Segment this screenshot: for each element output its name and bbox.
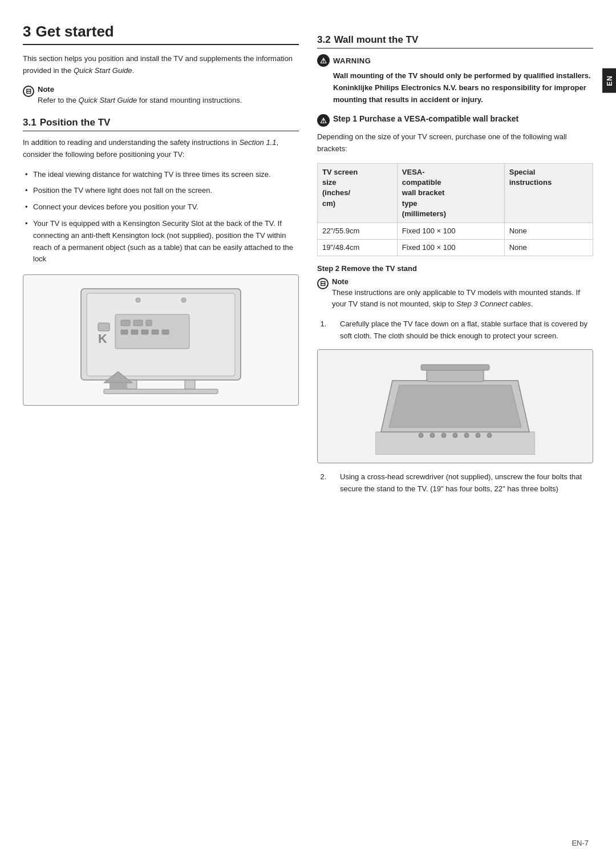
bullet-4: Your TV is equipped with a Kensington Se… [23,218,299,265]
table-row: 22"/55.9cm Fixed 100 × 100 None [318,223,593,239]
table-cell-size-2: 19"/48.4cm [318,240,398,256]
svg-rect-18 [110,383,127,390]
page-container: EN 3Get started This section helps you p… [0,0,616,861]
step1-intro: Depending on the size of your TV screen,… [317,131,593,155]
svg-rect-6 [121,330,128,334]
table-header-special: Specialinstructions [504,163,593,223]
note-icon-2: ⊟ [317,278,329,289]
step-item-2: Using a cross-head screwdriver (not supp… [329,471,593,495]
step-item-1: Carefully place the TV face down on a fl… [329,318,593,342]
subsection-32-num: 3.2 [317,34,331,45]
subsection-31-heading: 3.1Position the TV [23,117,299,131]
position-intro: In addition to reading and understanding… [23,137,299,161]
svg-rect-31 [421,365,489,370]
tv-back-svg: Κ [70,283,252,397]
table-cell-size-1: 22"/55.9cm [318,223,398,239]
bullet-2: Position the TV where light does not fal… [23,185,299,197]
table-cell-vesa-1: Fixed 100 × 100 [397,223,504,239]
section-11-ref: Section 1.1 [239,138,276,147]
left-column: 3Get started This section helps you posi… [23,23,299,502]
svg-point-13 [181,298,186,302]
warning-icon: ⚠ [317,54,330,67]
note-text-1: Refer to the Quick Start Guide for stand… [38,95,242,106]
svg-rect-4 [133,320,143,326]
svg-rect-7 [131,330,138,334]
svg-point-27 [453,433,457,438]
right-column: 3.2Wall mount the TV ⚠ WARNING Wall moun… [317,23,593,502]
note-box-2: ⊟ Note These instructions are only appli… [317,277,593,309]
note-content-1: Note Refer to the Quick Start Guide for … [38,85,242,106]
subsection-31-num: 3.1 [23,117,37,128]
svg-point-26 [441,433,446,438]
numbered-steps-list-2: Using a cross-head screwdriver (not supp… [317,471,593,495]
table-row: 19"/48.4cm Fixed 100 × 100 None [318,240,593,256]
subsection-32-heading: 3.2Wall mount the TV [317,34,593,48]
svg-point-24 [419,433,423,438]
svg-point-30 [487,433,492,438]
svg-rect-9 [152,330,159,334]
note-label-2: Note [332,277,593,286]
note-label-1: Note [38,85,242,94]
warning-text: Wall mounting of the TV should only be p… [317,70,593,106]
section-3-num: 3 [23,23,31,40]
svg-point-28 [464,433,469,438]
tv-facedown-illustration [317,349,593,463]
warning-box: ⚠ WARNING Wall mounting of the TV should… [317,54,593,106]
warning-title: WARNING [333,56,371,65]
step2-heading: Step 2 Remove the TV stand [317,264,593,273]
svg-text:Κ: Κ [98,332,107,346]
step1-icon: ⚠ [317,114,330,127]
note-icon-1: ⊟ [23,86,34,97]
svg-rect-16 [104,389,218,394]
svg-rect-15 [185,380,195,389]
table-cell-special-1: None [504,223,593,239]
en-tab: EN [602,68,616,93]
table-cell-special-2: None [504,240,593,256]
svg-rect-10 [162,330,169,334]
numbered-steps-list: Carefully place the TV face down on a fl… [317,318,593,342]
step1-title: Step 1 Purchase a VESA-compatible wall b… [333,114,518,125]
svg-rect-11 [98,323,110,331]
section-3-title: Get started [35,23,114,40]
injury-word: injury [461,95,481,104]
table-cell-vesa-2: Fixed 100 × 100 [397,240,504,256]
svg-rect-8 [141,330,148,334]
note-box-1: ⊟ Note Refer to the Quick Start Guide fo… [23,85,299,106]
bullet-3: Connect your devices before you position… [23,201,299,213]
table-header-tvscreen: TV screensize(inches/cm) [318,163,398,223]
step3-ref: Step 3 Connect cables [456,300,531,308]
tv-facedown-svg [375,358,535,455]
bullet-1: The ideal viewing distance for watching … [23,169,299,181]
wall-bracket-table: TV screensize(inches/cm) VESA-compatible… [317,163,593,256]
svg-rect-23 [427,369,484,382]
svg-point-29 [476,433,480,438]
svg-rect-3 [121,320,130,326]
tv-back-illustration: Κ [23,274,299,406]
position-bullets: The ideal viewing distance for watching … [23,169,299,266]
svg-point-12 [136,298,140,302]
table-header-vesa: VESA-compatiblewall brackettype(millimet… [397,163,504,223]
note-italic-ref: Quick Start Guide [79,96,137,104]
page-footer: EN-7 [572,839,589,847]
quick-start-guide-ref: Quick Start Guide [74,66,132,75]
intro-paragraph: This section helps you position and inst… [23,53,299,77]
subsection-31-title: Position the TV [40,117,111,128]
subsection-32-title: Wall mount the TV [334,34,419,45]
note-content-2: Note These instructions are only applica… [332,277,593,309]
svg-marker-22 [389,385,521,427]
svg-point-25 [430,433,435,438]
step1-heading: ⚠ Step 1 Purchase a VESA-compatible wall… [317,114,593,127]
note-text-2: These instructions are only applicable t… [332,287,593,309]
warning-header: ⚠ WARNING [317,54,593,67]
svg-rect-5 [146,320,152,326]
section-3-heading: 3Get started [23,23,299,45]
